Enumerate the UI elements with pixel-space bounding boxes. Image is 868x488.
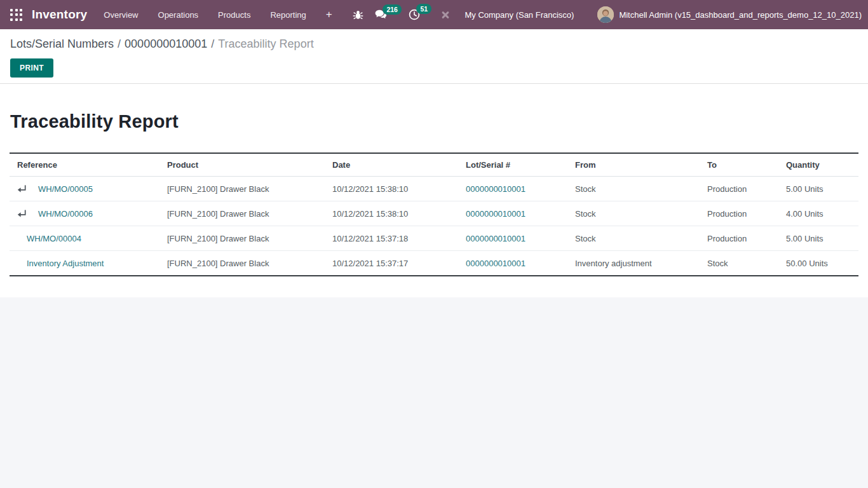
from-cell: Inventory adjustment <box>567 251 700 276</box>
lot-serial-link[interactable]: 0000000010001 <box>466 209 526 219</box>
column-header-product: Product <box>159 153 325 177</box>
reference-link[interactable]: WH/MO/00005 <box>38 184 93 194</box>
tools-disabled-icon[interactable] <box>440 10 451 20</box>
table-row: WH/MO/00006[FURN_2100] Drawer Black10/12… <box>10 201 858 226</box>
lot-cell: 0000000010001 <box>458 201 567 226</box>
date-cell: 10/12/2021 15:37:17 <box>325 251 458 276</box>
apps-menu-icon[interactable] <box>10 9 22 21</box>
lot-cell: 0000000010001 <box>458 177 567 201</box>
column-header-lot-serial-: Lot/Serial # <box>458 153 567 177</box>
from-cell: Stock <box>567 226 700 251</box>
column-header-date: Date <box>325 153 458 177</box>
reference-link[interactable]: WH/MO/00006 <box>38 209 93 219</box>
table-row: Inventory Adjustment[FURN_2100] Drawer B… <box>10 251 858 276</box>
plus-icon[interactable]: + <box>326 8 332 21</box>
unfold-arrow-icon[interactable] <box>17 184 38 194</box>
breadcrumb: Lots/Serial Numbers/0000000010001/Tracea… <box>10 37 858 51</box>
reference-link[interactable]: Inventory Adjustment <box>27 259 104 268</box>
lot-serial-link[interactable]: 0000000010001 <box>466 234 526 243</box>
quantity-cell: 50.00 Units <box>778 251 858 276</box>
product-cell: [FURN_2100] Drawer Black <box>159 251 325 276</box>
to-cell: Production <box>700 226 778 251</box>
column-header-from: From <box>567 153 700 177</box>
to-cell: Production <box>700 177 778 201</box>
quantity-cell: 4.00 Units <box>778 201 858 226</box>
nav-item-overview[interactable]: Overview <box>104 10 138 20</box>
lot-serial-link[interactable]: 0000000010001 <box>466 184 526 194</box>
date-cell: 10/12/2021 15:38:10 <box>325 177 458 201</box>
messages-count-badge: 216 <box>383 4 402 15</box>
top-navbar: Inventory Overview Operations Products R… <box>0 0 868 29</box>
quantity-cell: 5.00 Units <box>778 177 858 201</box>
unfold-arrow-icon[interactable] <box>17 209 38 219</box>
to-cell: Stock <box>700 251 778 276</box>
product-cell: [FURN_2100] Drawer Black <box>159 201 325 226</box>
date-cell: 10/12/2021 15:38:10 <box>325 201 458 226</box>
breadcrumb-separator: / <box>114 37 125 50</box>
page-title: Traceability Report <box>10 111 858 132</box>
nav-item-reporting[interactable]: Reporting <box>270 10 306 20</box>
user-menu[interactable]: Mitchell Admin (v15_dashboard_and_report… <box>619 10 862 20</box>
breadcrumb-lot-number[interactable]: 0000000010001 <box>125 37 207 50</box>
table-header-row: ReferenceProductDateLot/Serial #FromToQu… <box>10 153 858 177</box>
table-row: WH/MO/00005[FURN_2100] Drawer Black10/12… <box>10 177 858 201</box>
lot-cell: 0000000010001 <box>458 251 567 276</box>
debug-bug-icon[interactable] <box>353 10 363 20</box>
from-cell: Stock <box>567 201 700 226</box>
breadcrumb-lots-serial-numbers[interactable]: Lots/Serial Numbers <box>10 37 114 50</box>
product-cell: [FURN_2100] Drawer Black <box>159 226 325 251</box>
control-panel: Lots/Serial Numbers/0000000010001/Tracea… <box>0 29 868 84</box>
activities-count-badge: 51 <box>416 4 431 14</box>
breadcrumb-current: Traceability Report <box>218 37 313 50</box>
reference-link[interactable]: WH/MO/00004 <box>27 234 81 243</box>
lot-cell: 0000000010001 <box>458 226 567 251</box>
table-row: WH/MO/00004[FURN_2100] Drawer Black10/12… <box>10 226 858 251</box>
date-cell: 10/12/2021 15:37:18 <box>325 226 458 251</box>
product-cell: [FURN_2100] Drawer Black <box>159 177 325 201</box>
app-name[interactable]: Inventory <box>32 8 87 22</box>
user-avatar[interactable] <box>597 6 614 23</box>
column-header-quantity: Quantity <box>778 153 858 177</box>
nav-item-products[interactable]: Products <box>218 10 250 20</box>
print-button[interactable]: PRINT <box>10 58 53 78</box>
company-switcher[interactable]: My Company (San Francisco) <box>465 10 574 20</box>
report-content: Traceability Report ReferenceProductDate… <box>0 84 868 297</box>
column-header-to: To <box>700 153 778 177</box>
breadcrumb-separator: / <box>207 37 218 50</box>
from-cell: Stock <box>567 177 700 201</box>
traceability-table: ReferenceProductDateLot/Serial #FromToQu… <box>10 152 858 276</box>
quantity-cell: 5.00 Units <box>778 226 858 251</box>
nav-item-operations[interactable]: Operations <box>158 10 199 20</box>
activities-clock-icon[interactable]: 51 <box>409 9 420 20</box>
column-header-reference: Reference <box>10 153 159 177</box>
to-cell: Production <box>700 201 778 226</box>
messages-icon[interactable]: 216 <box>375 10 387 20</box>
lot-serial-link[interactable]: 0000000010001 <box>466 259 526 268</box>
